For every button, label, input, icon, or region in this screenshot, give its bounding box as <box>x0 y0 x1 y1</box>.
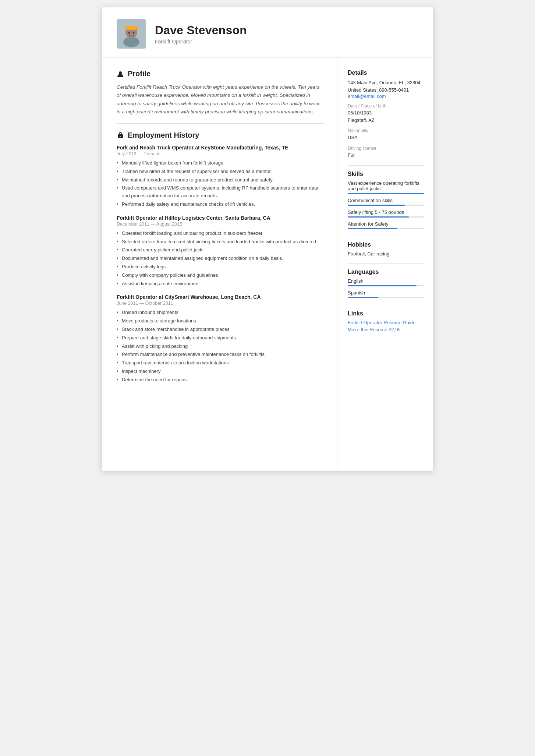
skill-item-2: Safely lifting 5 - 75 pounds <box>348 209 424 218</box>
candidate-title: Forklift Operator <box>155 39 247 45</box>
svg-point-1 <box>123 37 139 47</box>
job-item-1: Forklift Operator at Hilltop Logistics C… <box>117 215 324 288</box>
link-item-0[interactable]: Forklift Operator Resume Guide <box>348 320 424 325</box>
bullet-item: Transport raw materials to production wo… <box>117 359 324 367</box>
job-date-1: December 2011 — August 2015 <box>117 222 324 227</box>
languages-heading: Languages <box>348 269 424 275</box>
skill-bar-bg-3 <box>348 228 424 229</box>
nationality-label: Nationality <box>348 128 424 133</box>
job-bullets-0: Manually lifted lighter boxen from forkl… <box>117 159 324 208</box>
profile-divider <box>117 123 324 124</box>
skill-item-0: Vast experience operating forklifts and … <box>348 180 424 194</box>
hobbies-heading: Hobbies <box>348 241 424 248</box>
skill-bar-bg-0 <box>348 193 424 194</box>
skill-item-1: Communication skills <box>348 198 424 206</box>
skill-bar-fill-0 <box>348 193 424 194</box>
skill-bar-bg-2 <box>348 216 424 218</box>
profile-icon <box>117 70 124 78</box>
details-skills-divider <box>348 165 424 166</box>
email-value[interactable]: email@email.com <box>348 93 424 99</box>
bullet-item: Documented and maintained assigned equip… <box>117 255 324 262</box>
skill-name-1: Communication skills <box>348 198 424 203</box>
bullet-item: Maintained records and reports to guaran… <box>117 176 324 184</box>
driving-value: Full <box>348 152 424 159</box>
bullet-item: Operated cherry picker and pallet jack. <box>117 246 324 254</box>
svg-point-7 <box>119 71 122 74</box>
language-bar-bg-0 <box>348 285 424 286</box>
bullet-item: Comply with company policies and guideli… <box>117 272 324 279</box>
bullet-item: Produce activity logs <box>117 263 324 271</box>
main-column: Profile Certified Forklift Reach Truck O… <box>102 58 337 471</box>
sidebar-column: Details 143 Main Ave, Orlando, FL, 32804… <box>337 58 433 471</box>
job-bullets-1: Operated forklift loading and unloading … <box>117 230 324 288</box>
profile-section: Profile Certified Forklift Reach Truck O… <box>117 70 324 116</box>
bullet-item: Trained new hired at the request of supe… <box>117 168 324 176</box>
links-heading: Links <box>348 310 424 317</box>
profile-text: Certified Forklift Reach Truck Operator … <box>117 83 324 116</box>
svg-rect-9 <box>120 136 121 137</box>
profile-photo <box>117 19 146 49</box>
header-info: Dave Stevenson Forklift Operator <box>155 24 247 45</box>
bullet-item: Inspect machinery <box>117 368 324 375</box>
language-name-1: Spanish <box>348 290 424 296</box>
skills-heading: Skills <box>348 171 424 177</box>
job-date-2: June 2011 — October 2011 <box>117 301 324 306</box>
language-bar-fill-1 <box>348 297 378 298</box>
job-title-2: Forklift Operator at CitySmart Warehouse… <box>117 294 324 300</box>
svg-point-5 <box>128 32 130 34</box>
link-item-1[interactable]: Make this Resume $2,95 <box>348 327 424 332</box>
skills-hobbies-divider <box>348 236 424 236</box>
details-section: Details 143 Main Ave, Orlando, FL, 32804… <box>348 70 424 159</box>
skill-name-2: Safely lifting 5 - 75 pounds <box>348 209 424 215</box>
bullet-item: Assist in keeping a safe environment <box>117 280 324 288</box>
dob-label: Date / Place of birth <box>348 103 424 109</box>
languages-container: English Spanish <box>348 278 424 298</box>
job-title-0: Fork and Reach Truck Operator at KeySton… <box>117 145 324 151</box>
candidate-name: Dave Stevenson <box>155 24 247 37</box>
job-item-2: Forklift Operator at CitySmart Warehouse… <box>117 294 324 384</box>
hobbies-text: Football, Car racing <box>348 251 424 257</box>
employment-section: Employment History Fork and Reach Truck … <box>117 131 324 384</box>
bullet-item: Assist with picking and packing <box>117 343 324 350</box>
bullet-item: Manually lifted lighter boxen from forkl… <box>117 159 324 167</box>
skill-bar-fill-2 <box>348 216 409 218</box>
skills-section: Skills Vast experience operating forklif… <box>348 171 424 229</box>
languages-section: Languages English Spanish <box>348 269 424 298</box>
bullet-item: Unload inbound shipments <box>117 309 324 317</box>
skill-item-3: Attention for Safety <box>348 221 424 229</box>
language-bar-fill-0 <box>348 285 417 286</box>
skill-bar-fill-3 <box>348 228 397 229</box>
skill-name-3: Attention for Safety <box>348 221 424 227</box>
employment-heading: Employment History <box>117 131 324 139</box>
links-section: Links Forklift Operator Resume GuideMake… <box>348 310 424 332</box>
job-bullets-2: Unload inbound shipmentsMove products to… <box>117 309 324 384</box>
bullet-item: Move products to storage locations <box>117 317 324 325</box>
resume-container: Dave Stevenson Forklift Operator Profile <box>102 7 433 471</box>
bullet-item: Determine the need for repairs <box>117 376 324 384</box>
bullet-item: Perform maintenance and preventive maint… <box>117 351 324 358</box>
languages-links-divider <box>348 305 424 305</box>
language-name-0: English <box>348 278 424 284</box>
bullet-item: Used computers and WMS computer systems,… <box>117 184 324 200</box>
body-columns: Profile Certified Forklift Reach Truck O… <box>102 58 433 471</box>
driving-label: Driving license <box>348 146 424 151</box>
job-title-1: Forklift Operator at Hilltop Logistics C… <box>117 215 324 221</box>
links-container: Forklift Operator Resume GuideMake this … <box>348 320 424 332</box>
hobbies-languages-divider <box>348 263 424 264</box>
bullet-item: Operated forklift loading and unloading … <box>117 230 324 237</box>
hobbies-section: Hobbies Football, Car racing <box>348 241 424 257</box>
bullet-item: Stack and store merchandise in appropria… <box>117 326 324 333</box>
bullet-item: Selected orders from itemized slot picki… <box>117 238 324 246</box>
job-item-0: Fork and Reach Truck Operator at KeySton… <box>117 145 324 208</box>
employment-icon <box>117 132 124 139</box>
dob-place: Flagstaff, AZ <box>348 117 424 124</box>
job-date-0: July 2019 — Present <box>117 151 324 156</box>
dob-value: 05/10/1983 <box>348 109 424 117</box>
language-bar-bg-1 <box>348 297 424 298</box>
svg-rect-4 <box>125 27 138 29</box>
language-item-1: Spanish <box>348 290 424 298</box>
address-value: 143 Main Ave, Orlando, FL, 32804, United… <box>348 79 424 93</box>
jobs-container: Fork and Reach Truck Operator at KeySton… <box>117 145 324 384</box>
nationality-value: USA <box>348 134 424 141</box>
bullet-item: Performed daily safety and maintenance c… <box>117 201 324 208</box>
